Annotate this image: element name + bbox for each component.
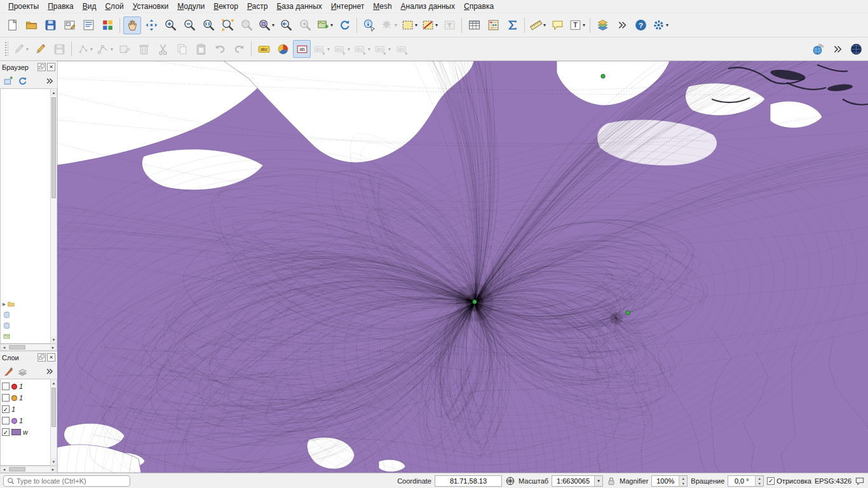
undo-button[interactable] bbox=[211, 40, 229, 58]
open-layer-styling-button[interactable] bbox=[1, 364, 15, 378]
menu-raster[interactable]: Растр bbox=[243, 1, 272, 11]
layer-checkbox[interactable] bbox=[2, 394, 10, 402]
menu-settings[interactable]: Установки bbox=[128, 1, 173, 11]
zoom-native-button[interactable] bbox=[200, 17, 217, 34]
zoom-out-button[interactable] bbox=[180, 17, 198, 34]
checkbox-check-icon[interactable]: ✓ bbox=[767, 477, 775, 485]
menu-view[interactable]: Вид bbox=[78, 1, 101, 11]
layer-item[interactable]: ✓1 bbox=[1, 403, 50, 415]
layer-labeling-options-button[interactable]: abc bbox=[255, 40, 273, 58]
rotate-label-button[interactable]: abc▾ bbox=[373, 40, 392, 58]
new-print-layout-button[interactable] bbox=[60, 17, 78, 34]
crs-status[interactable]: EPSG:4326 bbox=[815, 477, 851, 485]
digitize-with-segment-button[interactable]: ▾ bbox=[75, 40, 94, 58]
new-map-view-button[interactable]: ▾ bbox=[315, 17, 334, 34]
lock-icon[interactable] bbox=[606, 476, 616, 486]
data-source-manager-button[interactable] bbox=[593, 17, 611, 34]
menu-plugins[interactable]: Модули bbox=[173, 1, 209, 11]
layer-tree[interactable]: 11✓11✓w bbox=[0, 379, 50, 466]
spin-arrows[interactable]: ▴▾ bbox=[755, 476, 763, 486]
toggle-editing-button[interactable] bbox=[31, 40, 49, 58]
layer-checkbox[interactable] bbox=[2, 417, 10, 424]
menu-database[interactable]: База данных bbox=[272, 1, 326, 11]
layer-diagram-options-button[interactable] bbox=[274, 40, 292, 58]
scroll-thumb[interactable] bbox=[9, 345, 25, 349]
layers-toolbar-extension-button[interactable] bbox=[42, 364, 56, 378]
layers-horizontal-scrollbar[interactable]: ◂ ▸ bbox=[0, 466, 57, 473]
magnifier-spinbox[interactable]: ▴▾ bbox=[651, 475, 688, 487]
layer-item[interactable]: ✓w bbox=[1, 426, 50, 438]
layers-vertical-scrollbar[interactable]: ▴ ▾ bbox=[50, 379, 57, 466]
spin-up-icon[interactable]: ▴ bbox=[679, 476, 687, 481]
field-calculator-button[interactable] bbox=[484, 17, 502, 34]
modify-attributes-button[interactable] bbox=[116, 40, 133, 58]
copy-features-button[interactable] bbox=[173, 40, 191, 58]
spin-up-icon[interactable]: ▴ bbox=[756, 476, 763, 481]
menu-mesh[interactable]: Mesh bbox=[369, 1, 396, 11]
zoom-to-selection-button[interactable] bbox=[238, 17, 255, 34]
spin-arrows[interactable]: ▴▾ bbox=[679, 476, 687, 486]
layers-close-button[interactable]: ✕ bbox=[47, 353, 55, 362]
style-manager-button[interactable] bbox=[98, 17, 116, 34]
menu-help[interactable]: Справка bbox=[459, 1, 498, 11]
browser-toolbar-extension-button[interactable] bbox=[42, 74, 56, 88]
browser-vertical-scrollbar[interactable]: ▴ ▾ bbox=[50, 88, 57, 344]
scroll-thumb[interactable] bbox=[51, 388, 56, 427]
pin-unpin-labels-button[interactable]: abc▾ bbox=[312, 40, 331, 58]
scroll-track[interactable] bbox=[51, 96, 57, 336]
gps-tools-button[interactable] bbox=[809, 40, 827, 58]
browser-item-layer[interactable] bbox=[1, 331, 50, 342]
scale-combo[interactable]: ▾ bbox=[552, 475, 603, 487]
dropdown-arrow-icon[interactable]: ▾ bbox=[594, 476, 602, 486]
globe-view-button[interactable] bbox=[847, 40, 865, 58]
zoom-to-layer-button[interactable]: ▾ bbox=[257, 17, 276, 34]
render-checkbox[interactable]: ✓ Отрисовка bbox=[767, 477, 811, 485]
save-project-button[interactable] bbox=[41, 17, 59, 34]
menu-layer[interactable]: Слой bbox=[100, 1, 128, 11]
move-label-button[interactable]: abc▾ bbox=[353, 40, 372, 58]
redo-button[interactable] bbox=[230, 40, 248, 58]
layer-item[interactable]: 1 bbox=[1, 381, 50, 392]
scroll-down-icon[interactable]: ▾ bbox=[51, 336, 57, 343]
change-label-button[interactable]: abc bbox=[393, 40, 411, 58]
select-features-button[interactable]: ▾ bbox=[400, 17, 419, 34]
open-project-button[interactable] bbox=[22, 17, 40, 34]
rotation-spinbox[interactable]: ▴▾ bbox=[728, 475, 764, 487]
layer-item[interactable]: 1 bbox=[1, 415, 50, 426]
spin-down-icon[interactable]: ▾ bbox=[756, 481, 763, 486]
refresh-map-button[interactable] bbox=[336, 17, 353, 34]
map-tips-button[interactable] bbox=[548, 17, 566, 34]
menu-edit[interactable]: Правка bbox=[43, 1, 78, 11]
measure-button[interactable]: ▾ bbox=[528, 17, 547, 34]
text-annotation-button[interactable]: T▾ bbox=[567, 17, 587, 34]
scroll-thumb[interactable] bbox=[51, 97, 56, 198]
browser-tree[interactable]: ▶ bbox=[0, 88, 50, 344]
menu-data-analysis[interactable]: Анализ данных bbox=[397, 1, 459, 11]
rotation-input[interactable] bbox=[728, 476, 755, 486]
scroll-left-icon[interactable]: ◂ bbox=[1, 344, 8, 350]
browser-item-folder[interactable]: ▶ bbox=[1, 299, 50, 309]
identify-features-button[interactable] bbox=[360, 17, 378, 34]
spin-down-icon[interactable]: ▾ bbox=[679, 481, 687, 486]
browser-item-database[interactable] bbox=[1, 309, 50, 320]
deselect-features-button[interactable]: ▾ bbox=[420, 17, 439, 34]
processing-toolbox-button[interactable]: ▾ bbox=[651, 17, 670, 34]
layers-float-button[interactable] bbox=[37, 353, 46, 362]
open-attribute-table-button[interactable] bbox=[465, 17, 483, 34]
pan-map-button[interactable] bbox=[123, 17, 141, 34]
new-project-button[interactable] bbox=[3, 17, 21, 34]
highlight-pinned-labels-button[interactable]: ab bbox=[293, 40, 311, 58]
run-feature-action-button[interactable]: ▾ bbox=[379, 17, 398, 34]
pan-to-selection-button[interactable] bbox=[142, 17, 160, 34]
scroll-right-icon[interactable]: ▸ bbox=[50, 466, 57, 472]
scroll-left-icon[interactable]: ◂ bbox=[1, 466, 8, 472]
scroll-track[interactable] bbox=[51, 386, 57, 458]
layer-item[interactable]: 1 bbox=[1, 392, 50, 403]
menu-projects[interactable]: Проекты bbox=[4, 1, 43, 11]
browser-float-button[interactable] bbox=[37, 63, 46, 71]
magnifier-input[interactable] bbox=[652, 476, 679, 486]
extents-icon[interactable] bbox=[505, 476, 515, 486]
zoom-in-button[interactable] bbox=[161, 17, 179, 34]
current-edits-button[interactable]: ▾ bbox=[11, 40, 30, 58]
statistics-button[interactable] bbox=[503, 17, 521, 34]
